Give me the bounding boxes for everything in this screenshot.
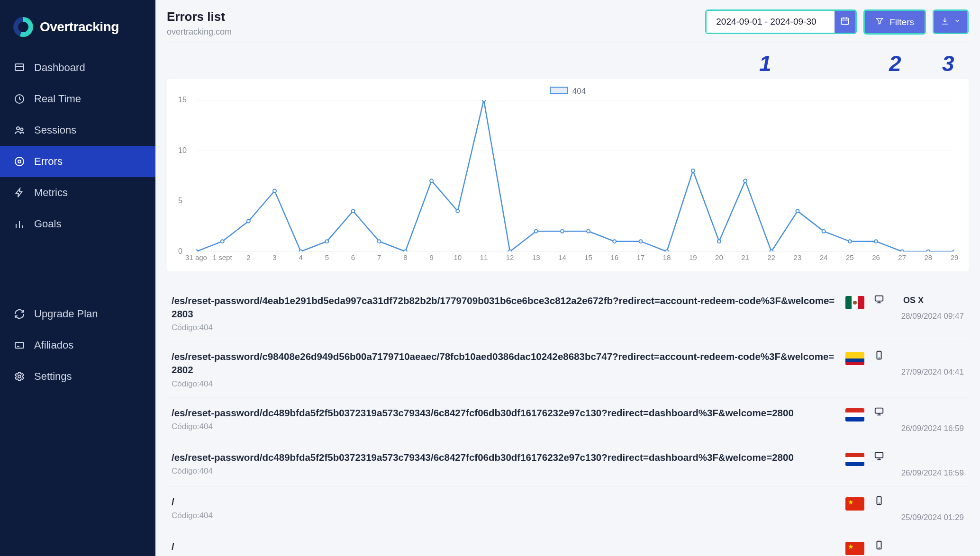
svg-point-34: [848, 240, 852, 243]
calendar-button[interactable]: [835, 11, 855, 33]
error-row[interactable]: /Código:40425/09/2024 01:28: [167, 531, 969, 556]
error-timestamp: 26/09/2024 16:59: [874, 424, 964, 433]
legend-swatch-icon: [550, 87, 568, 94]
error-code: Código:404: [172, 323, 836, 332]
svg-point-10: [221, 240, 224, 243]
sidebar-item-label: Settings: [34, 370, 72, 383]
filter-icon: [875, 17, 884, 27]
sidebar-item-goals[interactable]: Goals: [0, 208, 155, 240]
y-tick-label: 15: [178, 96, 187, 104]
annotation-row: 1 2 3: [167, 51, 969, 79]
x-tick-label: 8: [403, 253, 407, 261]
x-tick-label: 1 sept: [213, 253, 232, 261]
country-flag-icon: [845, 497, 864, 511]
logo[interactable]: Overtracking: [0, 11, 155, 52]
error-code: Código:404: [172, 422, 836, 431]
sidebar-item-label: Afiliados: [34, 339, 73, 351]
mobile-icon: [874, 540, 884, 553]
error-path: /: [172, 495, 836, 509]
svg-point-5: [18, 160, 21, 163]
x-tick-label: 26: [872, 253, 880, 261]
svg-point-36: [900, 250, 904, 252]
date-range-picker[interactable]: [705, 9, 857, 34]
bolt-icon: [13, 187, 26, 199]
svg-point-16: [378, 240, 381, 243]
error-path: /es/reset-password/4eab1e291bd5eda997ca3…: [172, 294, 836, 320]
svg-point-29: [717, 240, 721, 243]
error-row[interactable]: /Código:40425/09/2024 01:29: [167, 487, 969, 531]
svg-point-17: [404, 250, 407, 252]
svg-point-4: [15, 157, 24, 166]
x-tick-label: 14: [558, 253, 566, 261]
filters-label: Filters: [889, 17, 914, 27]
x-tick-label: 27: [898, 253, 906, 261]
annotation-2: 2: [889, 51, 901, 76]
x-tick-label: 28: [924, 253, 932, 261]
x-tick-label: 18: [663, 253, 671, 261]
error-row[interactable]: /es/reset-password/dc489bfda5f2f5b037231…: [167, 442, 969, 487]
country-flag-icon: [845, 453, 864, 466]
gear-icon: [13, 370, 26, 383]
sidebar-item-upgrade[interactable]: Upgrade Plan: [0, 298, 155, 330]
filters-button[interactable]: Filters: [863, 9, 926, 35]
nav-bottom: Upgrade PlanAfiliadosSettings: [0, 298, 155, 545]
export-button[interactable]: [933, 9, 969, 34]
x-tick-label: 15: [584, 253, 592, 261]
sidebar-item-metrics[interactable]: Metrics: [0, 177, 155, 208]
y-tick-label: 10: [178, 146, 187, 155]
sidebar-item-label: Real Time: [34, 93, 81, 105]
errors-list: /es/reset-password/4eab1e291bd5eda997ca3…: [167, 286, 969, 556]
sidebar-item-afiliados[interactable]: Afiliados: [0, 330, 155, 361]
page-header: Errors list overtracking.com Fil: [167, 9, 969, 43]
page-subtitle: overtracking.com: [167, 27, 232, 37]
clock-icon: [13, 93, 26, 105]
svg-point-35: [874, 240, 878, 243]
svg-point-3: [21, 128, 23, 131]
country-flag-icon: [845, 296, 864, 309]
chart-legend[interactable]: 404: [176, 87, 959, 96]
x-tick-label: 20: [715, 253, 723, 261]
sidebar-item-dashboard[interactable]: Dashboard: [0, 52, 155, 83]
sidebar-item-sessions[interactable]: Sessions: [0, 115, 155, 146]
svg-point-33: [822, 230, 826, 233]
sidebar: Overtracking DashboardReal TimeSessionsE…: [0, 0, 155, 556]
nav-main: DashboardReal TimeSessionsErrorsMetricsG…: [0, 52, 155, 298]
sidebar-item-settings[interactable]: Settings: [0, 361, 155, 392]
x-tick-label: 13: [532, 253, 540, 261]
country-flag-icon: [845, 408, 864, 421]
svg-point-12: [273, 189, 276, 193]
error-row[interactable]: /es/reset-password/c98408e26d949d56b00a7…: [167, 341, 969, 397]
annotation-1: 1: [759, 51, 771, 76]
x-tick-label: 4: [299, 253, 303, 261]
legend-label: 404: [572, 87, 586, 96]
y-tick-label: 0: [178, 247, 182, 256]
svg-point-26: [639, 240, 642, 243]
annotation-3: 3: [942, 51, 954, 76]
error-timestamp: 28/09/2024 09:47: [874, 312, 964, 321]
date-range-input[interactable]: [707, 11, 835, 33]
page-title: Errors list: [167, 9, 232, 24]
sidebar-item-errors[interactable]: Errors: [0, 146, 155, 177]
x-tick-label: 7: [377, 253, 381, 261]
error-row[interactable]: /es/reset-password/4eab1e291bd5eda997ca3…: [167, 286, 969, 341]
svg-rect-6: [15, 342, 24, 348]
svg-point-13: [299, 250, 302, 252]
x-tick-label: 17: [637, 253, 645, 261]
svg-point-28: [691, 169, 695, 172]
x-tick-label: 2: [246, 253, 250, 261]
x-tick-label: 19: [689, 253, 697, 261]
svg-rect-39: [875, 296, 883, 301]
error-row[interactable]: /es/reset-password/dc489bfda5f2f5b037231…: [167, 398, 969, 442]
sidebar-item-label: Metrics: [34, 187, 68, 199]
svg-rect-0: [15, 64, 24, 71]
logo-icon: [13, 17, 33, 37]
svg-point-19: [456, 209, 459, 213]
x-tick-label: 22: [767, 253, 775, 261]
x-tick-label: 5: [325, 253, 329, 261]
svg-point-15: [352, 209, 355, 213]
x-tick-label: 24: [820, 253, 828, 261]
target-icon: [13, 155, 26, 168]
svg-point-11: [247, 220, 250, 223]
svg-point-32: [796, 209, 799, 213]
sidebar-item-realtime[interactable]: Real Time: [0, 83, 155, 115]
